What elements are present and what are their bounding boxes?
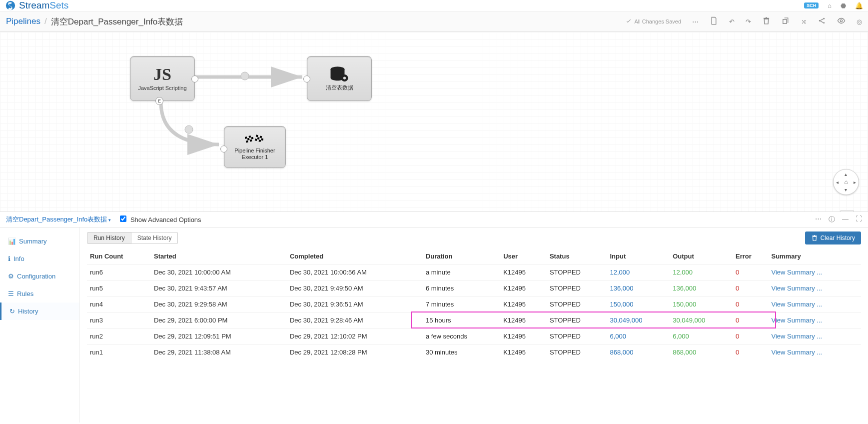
col-summary: Summary	[768, 248, 861, 264]
node-clear-table[interactable]: 清空表数据	[307, 56, 372, 101]
file-icon[interactable]	[710, 16, 718, 26]
more-icon[interactable]: ⋯	[692, 18, 699, 26]
detail-side-tabs: 📊SummaryℹInfo⚙Configuration☰Rules↻Histor…	[0, 228, 80, 422]
svg-point-1	[823, 18, 825, 20]
breadcrumb-current: 清空Depart_Passenger_Info表数据	[51, 16, 183, 28]
inner-tab-state-history[interactable]: State History	[131, 232, 178, 244]
nav-compass[interactable]: ▴ ▾ ◂ ▸ ⌂	[833, 169, 859, 195]
zoom-controls: + −	[840, 210, 854, 212]
svg-rect-15	[256, 134, 258, 137]
svg-point-3	[840, 20, 842, 22]
col-started: Started	[151, 248, 287, 264]
view-summary-link[interactable]: View Summary ...	[771, 268, 822, 276]
view-summary-link[interactable]: View Summary ...	[771, 316, 822, 324]
trash-icon[interactable]	[762, 16, 771, 26]
run-history-table: Run CountStartedCompletedDurationUserSta…	[87, 248, 861, 360]
svg-point-0	[819, 20, 821, 22]
input-port[interactable]	[220, 146, 227, 152]
copy-icon[interactable]	[782, 16, 790, 26]
target-icon[interactable]: ◎	[857, 18, 862, 26]
col-status: Status	[547, 248, 607, 264]
view-summary-link[interactable]: View Summary ...	[771, 348, 822, 356]
home-icon[interactable]: ⌂	[828, 2, 832, 10]
svg-rect-16	[260, 136, 262, 138]
col-completed: Completed	[287, 248, 423, 264]
error-port[interactable]: E	[155, 97, 163, 105]
inner-tab-run-history[interactable]: Run History	[87, 232, 131, 244]
share-icon[interactable]	[818, 16, 826, 26]
pipeline-canvas[interactable]: JS JavaScript Scripting E 清空表数据 Pipeline…	[0, 32, 868, 212]
database-gear-icon	[329, 66, 350, 84]
save-status: All Changes Saved	[625, 18, 681, 25]
minimize-icon[interactable]: —	[842, 215, 849, 224]
table-row: run5Dec 30, 2021 9:43:57 AMDec 30, 2021 …	[87, 280, 861, 296]
checkered-flag-icon	[245, 134, 265, 146]
view-summary-link[interactable]: View Summary ...	[771, 284, 822, 292]
shuffle-icon[interactable]: ⤭	[801, 18, 807, 26]
config-bar: 清空Depart_Passenger_Info表数据 Show Advanced…	[0, 212, 868, 228]
input-port[interactable]	[303, 76, 310, 82]
history-inner-tabs: Run HistoryState History Clear History	[87, 232, 861, 244]
package-icon[interactable]: ⬣	[841, 2, 846, 10]
more-icon[interactable]: ⋯	[815, 215, 822, 224]
col-input: Input	[607, 248, 670, 264]
col-run-count: Run Count	[87, 248, 151, 264]
undo-icon[interactable]: ↶	[729, 18, 735, 26]
table-row: run3Dec 29, 2021 6:00:00 PMDec 30, 2021 …	[87, 312, 861, 328]
svg-point-8	[343, 77, 346, 80]
col-error: Error	[733, 248, 768, 264]
brand-logo[interactable]: StreamSets	[5, 0, 68, 11]
svg-rect-18	[261, 138, 263, 140]
svg-rect-10	[248, 136, 251, 138]
svg-rect-17	[257, 137, 260, 140]
svg-rect-9	[245, 136, 247, 139]
redo-icon[interactable]: ↷	[746, 18, 751, 26]
help-icon[interactable]: ⓘ	[829, 215, 835, 224]
breadcrumb: Pipelines / 清空Depart_Passenger_Info表数据	[6, 16, 183, 28]
eye-icon[interactable]	[837, 16, 846, 26]
page-toolbar: Pipelines / 清空Depart_Passenger_Info表数据 A…	[0, 11, 868, 32]
svg-rect-14	[250, 139, 252, 142]
svg-point-2	[823, 22, 825, 24]
table-row: run6Dec 30, 2021 10:00:00 AMDec 30, 2021…	[87, 264, 861, 280]
brand-bar: StreamSets SCH ⌂ ⬣ 🔔	[0, 0, 868, 11]
svg-rect-13	[246, 140, 248, 143]
view-summary-link[interactable]: View Summary ...	[771, 332, 822, 340]
col-output: Output	[670, 248, 733, 264]
side-tab-configuration[interactable]: ⚙Configuration	[0, 268, 79, 285]
svg-rect-19	[255, 138, 257, 141]
clear-history-button[interactable]: Clear History	[805, 232, 861, 244]
side-tab-summary[interactable]: 📊Summary	[0, 232, 79, 250]
bell-icon[interactable]: 🔔	[855, 2, 863, 10]
node-js-scripting[interactable]: JS JavaScript Scripting E	[130, 56, 195, 101]
breadcrumb-root[interactable]: Pipelines	[6, 16, 40, 26]
side-tab-info[interactable]: ℹInfo	[0, 250, 79, 268]
svg-rect-11	[247, 138, 250, 140]
table-row: run2Dec 29, 2021 12:09:51 PMDec 29, 2021…	[87, 328, 861, 344]
svg-rect-12	[251, 137, 253, 140]
col-user: User	[500, 248, 547, 264]
side-tab-rules[interactable]: ☰Rules	[0, 285, 79, 302]
output-port[interactable]	[191, 76, 198, 82]
col-duration: Duration	[423, 248, 500, 264]
table-row: run1Dec 29, 2021 11:38:08 AMDec 29, 2021…	[87, 344, 861, 360]
js-icon: JS	[153, 65, 171, 84]
view-summary-link[interactable]: View Summary ...	[771, 300, 822, 308]
svg-point-4	[241, 72, 249, 80]
svg-rect-20	[258, 140, 261, 142]
show-advanced-checkbox[interactable]: Show Advanced Options	[120, 216, 201, 224]
side-tab-history[interactable]: ↻History	[0, 302, 79, 320]
node-pipeline-finisher[interactable]: Pipeline Finisher Executor 1	[224, 126, 286, 168]
svg-point-5	[185, 126, 193, 134]
zoom-in-button[interactable]: +	[841, 210, 854, 212]
table-row: run4Dec 30, 2021 9:29:58 AMDec 30, 2021 …	[87, 296, 861, 312]
maximize-icon[interactable]: ⛶	[856, 215, 862, 224]
sch-badge[interactable]: SCH	[804, 2, 819, 8]
pipeline-dropdown[interactable]: 清空Depart_Passenger_Info表数据	[6, 215, 111, 224]
